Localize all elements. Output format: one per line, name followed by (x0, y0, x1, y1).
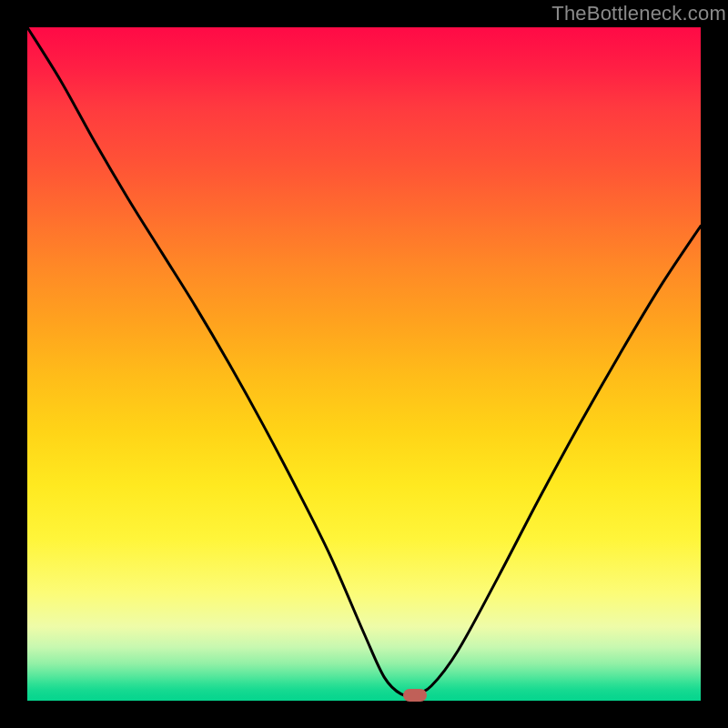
curve-path (27, 27, 701, 695)
chart-frame: TheBottleneck.com (0, 0, 728, 728)
bottleneck-curve (0, 0, 728, 728)
minimum-marker (403, 689, 427, 702)
